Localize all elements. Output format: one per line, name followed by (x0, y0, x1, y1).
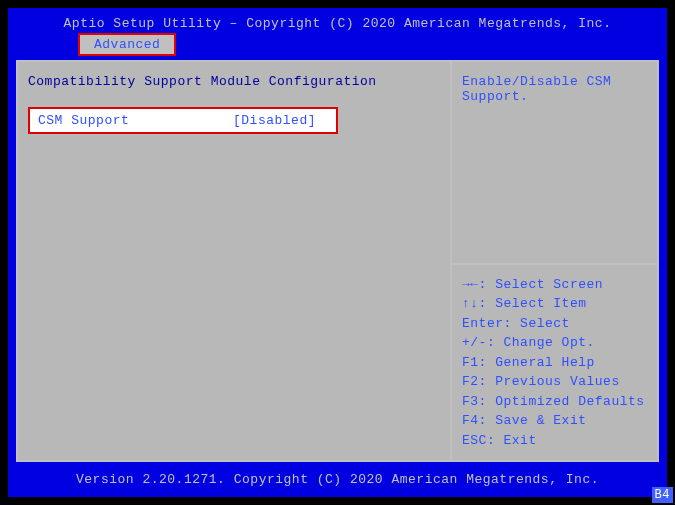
key-f2: F2: Previous Values (462, 372, 647, 392)
setting-value: [Disabled] (233, 113, 316, 128)
corner-badge: B4 (652, 487, 673, 503)
key-f4: F4: Save & Exit (462, 411, 647, 431)
setting-label: CSM Support (38, 113, 233, 128)
key-f1: F1: General Help (462, 353, 647, 373)
tab-advanced[interactable]: Advanced (78, 33, 176, 56)
key-select-screen: →←: Select Screen (462, 275, 647, 295)
key-esc: ESC: Exit (462, 431, 647, 451)
left-panel: Compatibility Support Module Configurati… (18, 62, 452, 460)
key-enter: Enter: Select (462, 314, 647, 334)
key-select-item: ↑↓: Select Item (462, 294, 647, 314)
help-text: Enable/Disable CSM Support. (452, 62, 657, 265)
tab-row: Advanced (8, 33, 667, 60)
header-title: Aptio Setup Utility – Copyright (C) 2020… (8, 8, 667, 33)
setting-csm-support[interactable]: CSM Support [Disabled] (28, 107, 338, 134)
keys-area: →←: Select Screen ↑↓: Select Item Enter:… (452, 265, 657, 461)
bios-container: Aptio Setup Utility – Copyright (C) 2020… (8, 8, 667, 497)
right-panel: Enable/Disable CSM Support. →←: Select S… (452, 62, 657, 460)
main-area: Compatibility Support Module Configurati… (16, 60, 659, 462)
key-change-opt: +/-: Change Opt. (462, 333, 647, 353)
key-f3: F3: Optimized Defaults (462, 392, 647, 412)
section-title: Compatibility Support Module Configurati… (28, 74, 440, 89)
footer-version: Version 2.20.1271. Copyright (C) 2020 Am… (8, 462, 667, 497)
